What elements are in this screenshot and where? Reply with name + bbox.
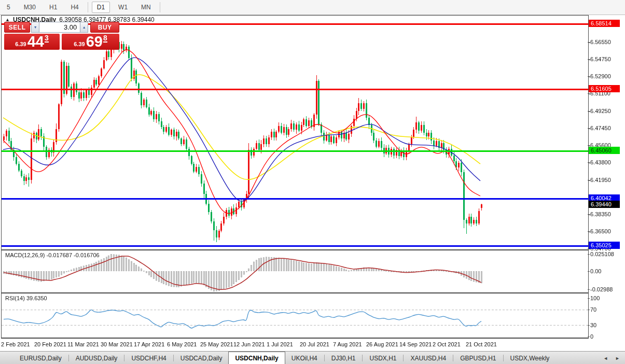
price-tick-label: 0.025108 — [590, 251, 614, 257]
chart-tab-xauusd-h4[interactable]: XAUUSD,H4 — [404, 352, 452, 364]
toolbar-separator — [160, 2, 160, 12]
timeframe-toolbar: 5M30H1H4D1W1MN — [0, 0, 625, 15]
price-level-label: 6.45060 — [589, 147, 620, 154]
price-tick-label: 6.41950 — [590, 177, 611, 183]
price-level-label: 6.35025 — [589, 242, 620, 249]
timeframe-w1[interactable]: W1 — [113, 2, 133, 13]
chart-tab-usdcad-daily[interactable]: USDCAD,Daily — [174, 352, 229, 364]
price-tick-label: 6.36500 — [590, 228, 611, 234]
price-tick-label: 100 — [590, 295, 600, 301]
tab-scroll-controls: ◄ ► — [603, 352, 620, 364]
timeframe-5[interactable]: 5 — [2, 2, 16, 13]
chart-tab-eurusd-daily[interactable]: EURUSD,Daily — [13, 352, 68, 364]
buy-price-pips: 69 — [86, 35, 103, 49]
price-chart-canvas[interactable] — [0, 0, 625, 364]
chevron-down-icon: ▼ — [34, 25, 37, 29]
date-label: 25 May 2021 — [200, 341, 233, 347]
price-tick-label: 6.56550 — [590, 39, 611, 45]
date-label: 1 Jul 2021 — [267, 341, 293, 347]
price-level-label: 6.51605 — [589, 85, 620, 92]
scroll-right-icon[interactable]: ► — [615, 356, 620, 361]
toolbar-separator — [88, 2, 88, 12]
chevron-up-icon: ▲ — [82, 25, 86, 29]
volume-decrease-button[interactable]: ▼ — [31, 22, 39, 33]
chart-tab-gbpusd-h1[interactable]: GBPUSD,H1 — [454, 352, 502, 364]
chart-tab-dj30-h1[interactable]: DJ30,H1 — [325, 352, 362, 364]
price-tick-label: 6.38350 — [590, 211, 611, 217]
timeframe-d1[interactable]: D1 — [92, 2, 110, 13]
sell-price-button[interactable]: 6.39 44 3 — [4, 34, 60, 50]
buy-button[interactable]: BUY — [90, 22, 119, 33]
macd-indicator-label: MACD(12,26,9) -0.017687 -0.016706 — [5, 252, 100, 258]
timeframe-h4[interactable]: H4 — [65, 2, 84, 13]
date-label: 11 Mar 2021 — [67, 341, 99, 347]
chart-tab-usdx-h1[interactable]: USDX,H1 — [363, 352, 402, 364]
price-tick-label: 30 — [590, 322, 596, 328]
scroll-left-icon[interactable]: ◄ — [603, 356, 608, 361]
date-label: 20 Feb 2021 — [34, 341, 66, 347]
sell-price-point: 3 — [45, 35, 49, 43]
date-label: 20 Jul 2021 — [300, 341, 329, 347]
tab-separator — [68, 355, 69, 361]
buy-price-base: 6.39 — [74, 41, 85, 47]
date-label: 2 Feb 2021 — [1, 341, 30, 347]
date-label: 21 Oct 2021 — [466, 341, 497, 347]
tab-separator — [324, 355, 325, 361]
chart-tab-bar: EURUSD,DailyAUDUSD,DailyUSDCHF,H4USDCAD,… — [0, 351, 625, 364]
sell-price-base: 6.39 — [15, 41, 26, 47]
date-label: 30 Mar 2021 — [101, 341, 133, 347]
one-click-trading-panel: SELL ▼ ▲ BUY 6.39 44 3 6.39 69 8 — [4, 22, 119, 50]
date-label: 6 May 2021 — [167, 341, 197, 347]
tab-separator — [124, 355, 124, 361]
sell-button[interactable]: SELL — [4, 22, 30, 33]
mt4-window: 5M30H1H4D1W1MN ▲ USDCNH,Daily 6.39058 6.… — [0, 0, 625, 364]
timeframe-h1[interactable]: H1 — [44, 2, 62, 13]
date-label: 12 Jun 2021 — [233, 341, 265, 347]
tab-separator — [173, 355, 174, 361]
volume-increase-button[interactable]: ▲ — [80, 22, 88, 33]
buy-price-button[interactable]: 6.39 69 8 — [62, 34, 119, 50]
price-tick-label: 6.47450 — [590, 125, 611, 131]
chart-tab-usdcnh-daily[interactable]: USDCNH,Daily — [228, 352, 285, 364]
price-tick-label: 0 — [590, 333, 593, 340]
date-label: 7 Aug 2021 — [333, 341, 362, 347]
tabbar-spacer — [0, 352, 13, 364]
price-level-label: 6.39440 — [589, 201, 620, 208]
date-label: 26 Aug 2021 — [366, 341, 398, 347]
price-tick-label: 6.54750 — [590, 56, 611, 62]
chart-tab-usdchf-h4[interactable]: USDCHF,H4 — [125, 352, 172, 364]
sell-price-pips: 44 — [27, 35, 44, 49]
date-label: 17 Apr 2021 — [134, 341, 164, 347]
rsi-indicator-label: RSI(14) 39.6350 — [5, 295, 47, 301]
price-tick-label: 70 — [590, 306, 596, 313]
timeframe-m30[interactable]: M30 — [19, 2, 41, 13]
chart-tab-audusd-daily[interactable]: AUDUSD,Daily — [70, 352, 124, 364]
date-label: 14 Sep 2021 — [399, 341, 432, 347]
tab-separator — [403, 355, 404, 361]
tab-separator — [453, 355, 453, 361]
buy-price-point: 8 — [103, 35, 107, 43]
tab-separator — [362, 355, 363, 361]
chart-tab-usdx-weekly[interactable]: USDX,Weekly — [504, 352, 556, 364]
tab-separator — [503, 355, 504, 361]
price-tick-label: 6.52900 — [590, 73, 611, 79]
price-level-label: 6.58514 — [589, 20, 620, 27]
price-tick-label: 6.43800 — [590, 159, 611, 165]
timeframe-mn[interactable]: MN — [136, 2, 156, 13]
price-tick-label: 0.00 — [590, 268, 601, 274]
date-label: 2 Oct 2021 — [433, 341, 461, 347]
price-tick-label: -0.02988 — [590, 286, 613, 292]
chart-tab-ukoil-h4[interactable]: UKOil,H4 — [285, 352, 324, 364]
price-tick-label: 6.49250 — [590, 108, 611, 114]
volume-input[interactable] — [39, 22, 80, 33]
